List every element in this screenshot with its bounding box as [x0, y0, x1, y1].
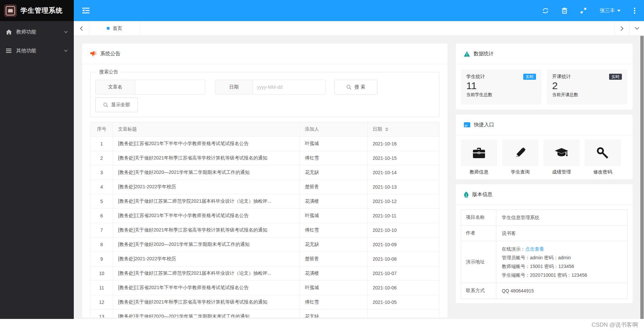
sidebar-item-teacher-functions[interactable]: 教师功能 — [0, 22, 74, 41]
cell-title: [教务处]关于做好2021年秋季江苏省高等学校计算机等级考试报名的通知 — [113, 223, 300, 237]
cell-title: [教务处]关于做好2020—2021学年第二学期期末考试工作的通知 — [113, 310, 300, 318]
tab-scroll-left-icon[interactable] — [74, 21, 89, 36]
table-row: 4 [教务处]2021-2022学年校历 楚留香 2021-10-13 — [91, 180, 439, 194]
cell-title: [教务处]关于做好江苏第二师范学院2021届本科毕业设计（论文）抽检评... — [113, 266, 300, 280]
table-row: 8 [教务处]关于做好2020—2021学年第二学期期末考试工作的通知 花无缺 … — [91, 238, 439, 252]
cell-title: [教务处]关于做好2021年秋季江苏省高等学校计算机等级考试报名的通知 — [113, 295, 300, 309]
megaphone-icon — [90, 51, 97, 57]
cell-title: [教务处]江苏省2021年下半年中小学教师资格考试笔试报名公告 — [113, 137, 300, 151]
search-button-label: 搜 索 — [355, 84, 365, 90]
sidebar-item-label: 教师功能 — [16, 29, 36, 35]
cell-date — [368, 310, 439, 318]
cell-no: 2 — [91, 151, 113, 165]
footer-strip: CSDN @说书客啊 — [0, 319, 644, 332]
article-name-input[interactable] — [135, 80, 205, 94]
cell-title: [教务处]关于做好2021年秋季江苏省高等学校计算机等级考试报名的通知 — [113, 151, 300, 165]
search-button[interactable]: 搜 索 — [334, 80, 377, 94]
version-card: 版本信息 项目名称 学生信息管理系统 作者 说书客 演示地址 在线演示 — [456, 184, 633, 303]
tabbar: 首页 — [74, 21, 644, 36]
show-all-button[interactable]: 显示全部 — [95, 97, 138, 112]
stats-card-title: 数据统计 — [474, 51, 494, 57]
sidebar: 学生管理系统 教师功能 其他功能 — [0, 0, 74, 319]
cell-date: 2021-10-09 — [368, 238, 439, 252]
shortcut-grade-management[interactable]: 成绩管理 — [543, 139, 580, 175]
shortcut-teacher-info[interactable]: 教师信息 — [461, 139, 497, 175]
refresh-icon[interactable] — [536, 0, 555, 21]
cell-author: 花无缺 — [300, 165, 368, 180]
search-icon — [346, 85, 352, 90]
cell-title: [教务处]2021-2022学年校历 — [113, 180, 300, 194]
tab-scroll-right-icon[interactable] — [614, 21, 629, 36]
sort-icon[interactable] — [385, 127, 388, 131]
header-date: 日期 — [368, 122, 439, 136]
announcement-card-body: 搜索公告 文章名 日期 搜 索 — [82, 64, 447, 318]
table-row: 7 [教务处]关于做好2021年秋季江苏省高等学校计算机等级考试报名的通知 傅红… — [91, 223, 439, 238]
stat-value: 2 — [552, 80, 622, 92]
fullscreen-icon[interactable] — [574, 0, 593, 21]
sidebar-collapse-icon[interactable] — [82, 8, 90, 13]
shortcuts-card-header: 快捷入口 — [456, 115, 633, 135]
shortcut-student-query[interactable]: 学生查询 — [502, 139, 538, 175]
tab-menu-chevron-icon[interactable] — [629, 21, 644, 36]
header-no: 序号 — [91, 122, 113, 136]
cell-author: 叶孤城 — [300, 137, 368, 151]
announcement-card-header: 系统公告 — [82, 44, 447, 64]
shortcut-change-password[interactable]: 修改密码 — [585, 139, 621, 175]
cell-author: 花满楼 — [300, 266, 368, 280]
stats-card-header: 数据统计 — [456, 44, 633, 64]
cell-title: [教务处]关于做好江苏第二师范学院2021届本科毕业设计（论文）抽检评... — [113, 194, 300, 208]
stats-card: 数据统计 学生统计 实时 11 当前学生总数 开课统计 实时 2 — [456, 44, 633, 110]
more-options-icon[interactable] — [627, 8, 642, 14]
date-input[interactable] — [253, 80, 325, 94]
main-content: 系统公告 搜索公告 文章名 日期 — [74, 36, 644, 319]
cell-no: 9 — [91, 252, 113, 266]
version-row-author: 作者 说书客 — [461, 225, 627, 241]
realtime-badge: 实时 — [523, 74, 536, 80]
cell-author: 叶孤城 — [300, 209, 368, 223]
user-name: 张三丰 — [600, 7, 615, 14]
warning-triangle-icon — [464, 51, 470, 57]
tab-home-label: 首页 — [113, 25, 122, 31]
shortcuts-card: 快捷入口 教师信息 学生查 — [456, 115, 633, 179]
cell-no: 4 — [91, 180, 113, 194]
stats-body: 学生统计 实时 11 当前学生总数 开课统计 实时 2 当前开课总数 — [456, 64, 633, 110]
stat-caption: 当前开课总数 — [552, 92, 622, 98]
demo-line-1: 在线演示：点击查看 — [502, 245, 587, 253]
version-row-label: 联系方式 — [461, 283, 496, 298]
cell-author: 花满楼 — [300, 194, 368, 208]
trash-icon[interactable] — [555, 0, 574, 21]
scrollbar-track — [640, 36, 644, 319]
table-row: 13 [教务处]关于做好2020—2021学年第二学期期末考试工作的通知 花无缺 — [91, 310, 439, 318]
version-row-contact: 联系方式 QQ 480644915 — [461, 283, 627, 298]
shortcut-label: 成绩管理 — [543, 169, 580, 175]
realtime-badge: 实时 — [609, 74, 622, 80]
tab-home[interactable]: 首页 — [89, 21, 140, 36]
scrollbar-thumb[interactable] — [640, 36, 644, 319]
stat-caption: 当前学生总数 — [466, 92, 536, 98]
demo-line-4: 学生端账号：2020710001 密码：123456 — [502, 271, 587, 279]
table-row: 10 [教务处]关于做好江苏第二师范学院2021届本科毕业设计（论文）抽检评..… — [91, 266, 439, 281]
announcement-card-title: 系统公告 — [100, 51, 120, 57]
table-row: 12 [教务处]关于做好2021年秋季江苏省高等学校计算机等级考试报名的通知 傅… — [91, 295, 439, 310]
user-menu[interactable]: 张三丰 — [593, 0, 627, 21]
version-row-value: 说书客 — [496, 225, 521, 241]
version-body: 项目名称 学生信息管理系统 作者 说书客 演示地址 在线演示：点击查看 管理员账… — [456, 205, 633, 303]
table-row: 3 [教务处]关于做好2020—2021学年第二学期期末考试工作的通知 花无缺 … — [91, 165, 439, 180]
demo-link[interactable]: 点击查看 — [525, 246, 544, 252]
table-row: 11 [教务处]江苏省2021年下半年中小学教师资格考试笔试报名公告 叶孤城 2… — [91, 281, 439, 295]
graduation-cap-icon — [555, 147, 568, 158]
cell-no: 1 — [91, 137, 113, 151]
cell-no: 12 — [91, 295, 113, 309]
cell-author: 花无缺 — [300, 310, 368, 318]
key-icon — [597, 147, 609, 158]
announcement-table-body: 1 [教务处]江苏省2021年下半年中小学教师资格考试笔试报名公告 叶孤城 20… — [91, 137, 439, 318]
table-row: 9 [教务处]2021-2022学年校历 楚留香 2021-10-08 — [91, 252, 439, 266]
cell-date: 2021-10-07 — [368, 266, 439, 280]
version-table: 项目名称 学生信息管理系统 作者 说书客 演示地址 在线演示：点击查看 管理员账… — [461, 209, 628, 299]
header-author: 添加人 — [300, 122, 368, 136]
tabbar-right-controls — [614, 21, 644, 36]
date-label: 日期 — [215, 80, 253, 94]
sidebar-item-other-functions[interactable]: 其他功能 — [0, 41, 74, 60]
cell-author: 傅红雪 — [300, 151, 368, 165]
watermark: CSDN @说书客啊 — [592, 321, 638, 329]
